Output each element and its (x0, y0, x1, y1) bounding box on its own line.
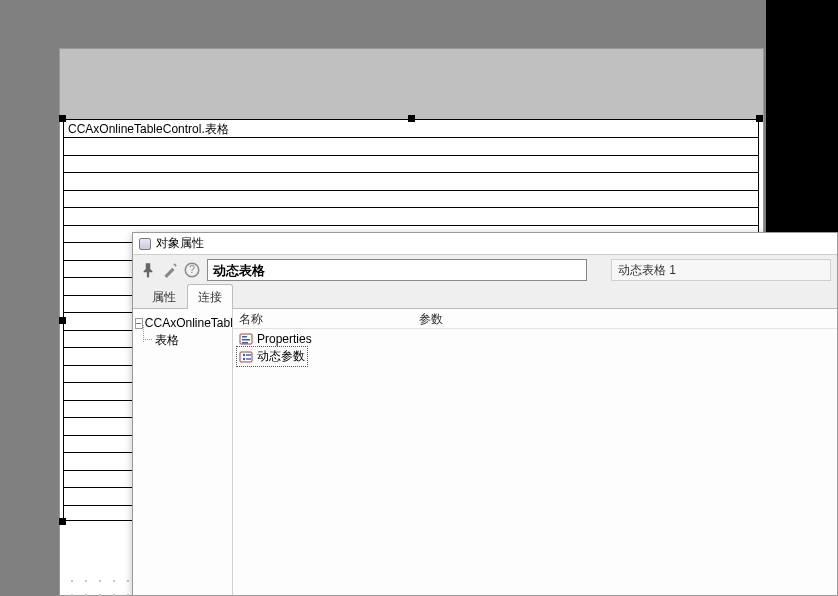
tree-child[interactable]: 表格 (135, 331, 230, 350)
object-name-field[interactable]: 动态表格 (207, 259, 587, 281)
table-row (64, 173, 758, 191)
object-id-field: 动态表格 1 (611, 259, 831, 281)
resize-handle[interactable] (59, 317, 66, 324)
control-title: CCAxOnlineTableControl.表格 (64, 120, 758, 138)
list-item[interactable]: Properties (237, 331, 314, 347)
canvas-graybar (60, 49, 763, 120)
list-item-label: 动态参数 (257, 348, 305, 365)
tree-pane[interactable]: − CCAxOnlineTableControl 表格 (133, 309, 233, 595)
wand-icon[interactable] (161, 261, 179, 279)
column-param[interactable]: 参数 (413, 309, 837, 328)
help-icon[interactable]: ? (183, 261, 201, 279)
tab-connections[interactable]: 连接 (187, 284, 233, 309)
tab-properties[interactable]: 属性 (141, 284, 187, 309)
resize-handle[interactable] (756, 115, 763, 122)
list-item[interactable]: 动态参数 (237, 347, 307, 366)
resize-handle[interactable] (59, 115, 66, 122)
svg-rect-10 (246, 358, 251, 359)
table-row (64, 156, 758, 174)
list-header: 名称 参数 (233, 309, 837, 329)
svg-point-7 (243, 353, 245, 355)
dialog-title-text: 对象属性 (156, 235, 204, 252)
svg-rect-3 (242, 336, 247, 338)
table-row (64, 208, 758, 226)
svg-rect-6 (240, 352, 252, 362)
table-row (64, 191, 758, 209)
dialog-icon (139, 238, 151, 250)
properties-dialog[interactable]: 对象属性 ? 动态表格 动态表格 1 属性 连接 − CCAxOnlineTab… (132, 232, 838, 596)
dialog-tabs: 属性 连接 (133, 285, 837, 309)
list-item-label: Properties (257, 332, 312, 346)
dialog-titlebar[interactable]: 对象属性 (133, 233, 837, 255)
svg-text:?: ? (189, 264, 195, 275)
properties-icon (239, 332, 253, 346)
column-name[interactable]: 名称 (233, 309, 413, 328)
table-row (64, 138, 758, 156)
resize-handle[interactable] (59, 518, 66, 525)
svg-rect-8 (246, 354, 251, 355)
dialog-toolbar: ? 动态表格 动态表格 1 (133, 255, 837, 285)
svg-rect-5 (242, 342, 248, 344)
svg-rect-4 (242, 339, 250, 341)
resize-handle[interactable] (408, 115, 415, 122)
tree-root-label: CCAxOnlineTableControl (145, 316, 233, 330)
tree-root[interactable]: − CCAxOnlineTableControl (135, 315, 230, 331)
list-pane: 名称 参数 Properties 动态参数 (233, 309, 837, 595)
dynamic-params-icon (239, 350, 253, 364)
tree-collapse-icon[interactable]: − (135, 318, 143, 329)
pin-icon[interactable] (139, 261, 157, 279)
tree-child-label: 表格 (155, 332, 179, 349)
svg-point-9 (243, 357, 245, 359)
